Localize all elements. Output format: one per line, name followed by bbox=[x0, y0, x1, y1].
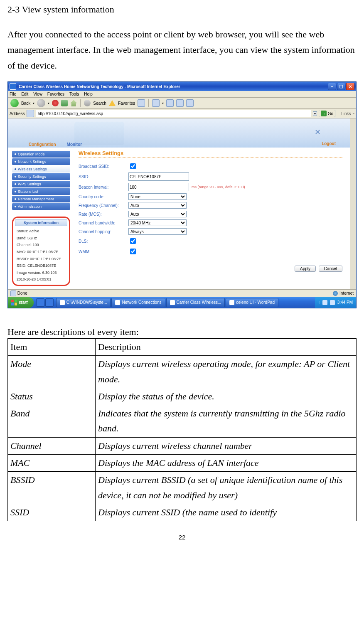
mail-icon[interactable] bbox=[152, 99, 160, 107]
taskbar-item-network-connections[interactable]: Network Connections bbox=[111, 298, 165, 307]
menu-help[interactable]: Help bbox=[84, 92, 93, 96]
cancel-button[interactable]: Cancel bbox=[319, 266, 342, 272]
banner-close-icon[interactable]: ✕ bbox=[315, 128, 321, 137]
forward-button[interactable] bbox=[37, 99, 45, 107]
address-dropdown[interactable]: ▾ bbox=[313, 111, 317, 116]
go-label: Go bbox=[328, 111, 333, 116]
cell-description: Displays current SSID (the name used to … bbox=[96, 504, 357, 521]
row-beacon-interval: Beacon Interval: ms (range 20 - 999, def… bbox=[79, 183, 342, 191]
table-header-description: Description bbox=[96, 338, 357, 355]
row-rate: Rate (MCS): Auto bbox=[79, 211, 342, 217]
beacon-interval-input[interactable] bbox=[128, 183, 189, 191]
favorites-icon[interactable] bbox=[109, 100, 116, 106]
sidebar-item-stations-list[interactable]: Stations List bbox=[12, 188, 70, 195]
row-channel-hopping: Channel hopping: Always bbox=[79, 228, 342, 235]
frequency-select[interactable]: Auto bbox=[128, 202, 187, 209]
sysinfo-date: 2010-10-28 14:05:01 bbox=[15, 276, 67, 283]
beacon-interval-hint: ms (range 20 - 999, default 100) bbox=[192, 185, 245, 189]
tray-icon[interactable] bbox=[330, 300, 335, 305]
stop-icon[interactable] bbox=[52, 100, 59, 106]
taskbar-item-ie[interactable]: Carrier Class Wireless... bbox=[166, 298, 225, 307]
home-icon[interactable] bbox=[70, 100, 77, 106]
sidebar-item-wps-settings[interactable]: WPS Settings bbox=[12, 181, 70, 187]
minimize-button[interactable]: – bbox=[328, 83, 336, 90]
ssid-input[interactable] bbox=[128, 172, 189, 181]
intro-paragraph: After you connected to the access point … bbox=[7, 27, 357, 73]
search-icon[interactable] bbox=[84, 100, 91, 106]
cell-description: Displays the MAC address of LAN interfac… bbox=[96, 455, 357, 472]
table-header-row: Item Description bbox=[8, 338, 357, 355]
menu-tools[interactable]: Tools bbox=[69, 92, 79, 96]
menu-favorites[interactable]: Favorites bbox=[47, 92, 64, 96]
system-tray: ‹ 3:44 PM bbox=[315, 297, 356, 308]
menu-file[interactable]: File bbox=[10, 92, 16, 96]
frequency-label: Frequency (Channel): bbox=[79, 203, 128, 208]
sysinfo-title: System Information bbox=[15, 219, 67, 226]
sidebar-item-operation-mode[interactable]: Operation Mode bbox=[12, 151, 70, 158]
dls-checkbox[interactable] bbox=[130, 238, 136, 244]
network-icon bbox=[115, 300, 120, 305]
sidebar-item-wireless-settings[interactable]: Wireless Settings bbox=[12, 166, 70, 172]
go-arrow-icon: → bbox=[321, 111, 327, 116]
logout-link[interactable]: Logout bbox=[322, 141, 336, 146]
broadcast-ssid-label: Broadcast SSID: bbox=[79, 164, 128, 169]
dls-label: DLS: bbox=[79, 239, 128, 244]
rate-label: Rate (MCS): bbox=[79, 212, 128, 217]
cell-item: Channel bbox=[8, 437, 96, 454]
sidebar-item-security-settings[interactable]: Security Settings bbox=[12, 173, 70, 180]
panel-title: Wireless Settings bbox=[79, 150, 342, 158]
channel-hopping-select[interactable]: Always bbox=[128, 228, 187, 235]
row-broadcast-ssid: Broadcast SSID: bbox=[79, 162, 342, 170]
ssid-label: SSID: bbox=[79, 175, 128, 179]
quick-launch-icon[interactable] bbox=[36, 298, 44, 307]
sidebar-item-remote-management[interactable]: Remote Management bbox=[12, 196, 70, 202]
page-number: 22 bbox=[7, 534, 357, 541]
windows-taskbar: start C:\WINDOWS\syste... Network Connec… bbox=[8, 297, 356, 308]
print-icon[interactable] bbox=[166, 99, 174, 107]
country-code-select[interactable]: None bbox=[128, 193, 187, 200]
wmm-checkbox[interactable] bbox=[130, 249, 136, 254]
tray-chevron-icon[interactable]: ‹ bbox=[318, 300, 320, 305]
menu-view[interactable]: View bbox=[33, 92, 42, 96]
country-code-label: Country code: bbox=[79, 195, 128, 199]
menu-edit[interactable]: Edit bbox=[21, 92, 28, 96]
favorites-label: Favorites bbox=[118, 101, 135, 106]
sidebar-item-administration[interactable]: Administration bbox=[12, 203, 70, 210]
taskbar-item-wordpad[interactable]: celeno UI - WordPad bbox=[226, 298, 278, 307]
ie-status-bar: Done Internet bbox=[8, 289, 356, 297]
beacon-interval-label: Beacon Interval: bbox=[79, 185, 128, 190]
refresh-icon[interactable] bbox=[61, 100, 68, 106]
rate-select[interactable]: Auto bbox=[128, 211, 187, 217]
table-header-item: Item bbox=[8, 338, 96, 355]
close-button[interactable]: ✕ bbox=[346, 83, 354, 90]
start-button[interactable]: start bbox=[8, 297, 34, 308]
cell-item: Mode bbox=[8, 356, 96, 388]
section-heading: 2-3 View system information bbox=[7, 4, 357, 15]
back-button[interactable] bbox=[10, 99, 19, 107]
apply-button[interactable]: Apply bbox=[295, 266, 316, 272]
tab-monitor[interactable]: Monitor bbox=[67, 142, 82, 147]
back-label: Back bbox=[21, 101, 30, 106]
channel-bandwidth-select[interactable]: 20/40 MHz bbox=[128, 219, 187, 226]
taskbar-item-cmd[interactable]: C:\WINDOWS\syste... bbox=[56, 298, 111, 307]
go-button[interactable]: → Go bbox=[319, 110, 335, 117]
history-icon[interactable] bbox=[138, 99, 145, 107]
cell-description: Indicates that the system is currently t… bbox=[96, 405, 357, 438]
address-bar: Address ▾ → Go Links » bbox=[8, 109, 356, 118]
internet-zone-icon bbox=[333, 291, 338, 296]
edit-icon[interactable] bbox=[176, 99, 184, 107]
sysinfo-band: Band: 5GHz bbox=[15, 235, 67, 242]
address-input[interactable] bbox=[36, 110, 311, 117]
tray-icon[interactable] bbox=[322, 300, 327, 305]
quick-launch-icon[interactable] bbox=[45, 298, 54, 307]
sysinfo-mac: MAC: 00:1F:1F:B1:08:7E bbox=[15, 249, 67, 256]
maximize-button[interactable]: ❐ bbox=[337, 83, 345, 90]
sidebar-item-network-settings[interactable]: Network Settings bbox=[12, 158, 70, 165]
window-titlebar: Carrier Class Wireless Home Networking T… bbox=[8, 82, 356, 91]
tab-configuration[interactable]: Configuration bbox=[29, 142, 56, 147]
links-label[interactable]: Links bbox=[341, 111, 351, 116]
sidebar: Operation Mode Network Settings Wireless… bbox=[8, 148, 73, 289]
broadcast-ssid-checkbox[interactable] bbox=[130, 163, 136, 169]
channel-hopping-label: Channel hopping: bbox=[79, 229, 128, 234]
messenger-icon[interactable] bbox=[186, 99, 194, 107]
